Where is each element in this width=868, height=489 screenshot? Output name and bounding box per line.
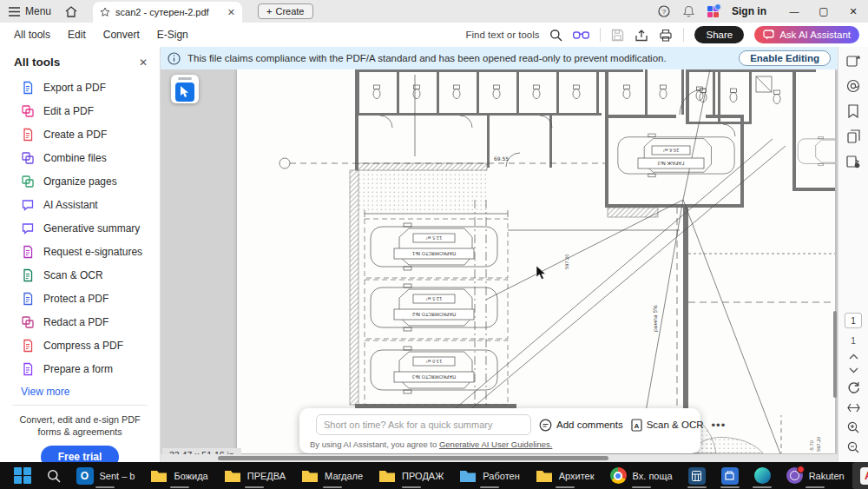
create-button[interactable]: + Create (258, 3, 312, 19)
svg-text:A: A (634, 421, 639, 429)
zoom-out-icon[interactable] (847, 441, 859, 453)
acrobat-window: Menu scan2 - сутерен-2.pdf ✕ + Create ? (0, 0, 868, 489)
taskbar-folder-arhitek[interactable]: Архитек (528, 462, 602, 489)
page-number-input[interactable]: 1 (845, 313, 862, 328)
protect-pdf-icon (21, 292, 35, 306)
document-viewer[interactable]: ПАРКОМЯСТО №1 12.5 м² ПАРКОМЯСТО №2 12.5… (161, 69, 838, 462)
page-thumbnails-icon[interactable] (847, 129, 860, 143)
taskbar-outlook[interactable]: O Sent – b (69, 462, 143, 489)
sidebar-item-ai-assistant[interactable]: AI Assistant (0, 193, 160, 216)
sidebar-item-scan-ocr[interactable]: Scan & OCR (0, 263, 160, 287)
star-icon (100, 7, 110, 17)
minimize-button[interactable]: — (779, 0, 809, 23)
taskbar-acrobat[interactable]: A scan2 - c (852, 462, 868, 489)
close-button[interactable]: ✕ (838, 0, 868, 23)
enable-editing-button[interactable]: Enable Editing (739, 50, 831, 66)
menu-esign[interactable]: E-Sign (157, 29, 188, 41)
calculator-icon (688, 467, 706, 485)
ai-guidelines-link[interactable]: Generative AI User Guidelines. (439, 439, 552, 449)
select-tool-button[interactable] (175, 83, 194, 102)
find-text-label[interactable]: Find text or tools (465, 30, 539, 40)
ai-summary-input[interactable] (316, 414, 531, 435)
home-button[interactable] (65, 6, 77, 17)
sidebar-item-combine-files[interactable]: Combine files (0, 146, 160, 169)
scan-ocr-button[interactable]: A Scan & OCR (631, 419, 704, 432)
more-options-icon[interactable]: ••• (712, 419, 727, 432)
notifications-bell-icon[interactable] (683, 5, 694, 17)
redact-pdf-icon (21, 315, 35, 329)
quick-tools-panel[interactable] (171, 75, 199, 103)
sidebar-item-edit-pdf[interactable]: Edit a PDF (0, 99, 160, 122)
panel-title: All tools (14, 56, 139, 69)
sidebar-item-create-pdf[interactable]: Create a PDF (0, 122, 160, 146)
taskbar-folder-bozhidar[interactable]: Божида (142, 462, 215, 489)
ai-glasses-icon[interactable] (573, 30, 589, 41)
print-icon[interactable] (659, 29, 673, 42)
taskbar-chrome[interactable]: Вх. поща (602, 462, 681, 489)
windows-start-icon (14, 467, 31, 485)
share-button[interactable]: Share (694, 26, 744, 43)
ask-ai-assistant-button[interactable]: Ask AI Assistant (754, 26, 859, 43)
ai-assistant-bar: Add comments A Scan & OCR ••• By using A… (299, 408, 700, 453)
taskbar-calculator[interactable] (681, 462, 713, 489)
taskbar-folder-predva[interactable]: ПРЕДВА (216, 462, 293, 489)
convert-panel-icon[interactable] (846, 155, 860, 169)
taskbar-search-button[interactable] (39, 462, 69, 489)
menu-all-tools[interactable]: All tools (14, 29, 50, 41)
taskbar-folder-magdale[interactable]: Магдале (293, 462, 371, 489)
outlook-icon: O (76, 467, 94, 485)
sidebar-item-prepare-form[interactable]: Prepare a form (0, 357, 160, 380)
sidebar-item-redact-pdf[interactable]: Redact a PDF (0, 310, 160, 334)
sidebar-item-generative-summary[interactable]: Generative summary (0, 216, 160, 240)
panel-close-icon[interactable]: ✕ (139, 56, 148, 69)
sign-in-button[interactable]: Sign in (732, 5, 766, 17)
previous-page-icon[interactable] (849, 354, 858, 360)
search-icon[interactable] (549, 29, 562, 42)
parking1-area: 12.5 м² (426, 235, 443, 241)
bookmarks-icon[interactable] (847, 104, 859, 118)
menu-button[interactable]: Menu (9, 5, 51, 17)
divider (12, 405, 148, 406)
next-page-icon[interactable] (849, 367, 858, 373)
vertical-scrollbar-thumb[interactable] (833, 311, 837, 398)
taskbar-folder-prodazh[interactable]: ПРОДАЖ (371, 462, 451, 489)
horizontal-scrollbar-thumb[interactable] (218, 456, 608, 460)
save-icon[interactable] (611, 29, 624, 42)
taskbar-edge[interactable] (746, 462, 779, 489)
share-file-icon[interactable] (635, 29, 648, 42)
apps-grid-icon[interactable] (707, 6, 719, 17)
sidebar-item-organize-pages[interactable]: Organize pages (0, 169, 160, 193)
help-icon[interactable]: ? (658, 5, 670, 17)
taskbar-viber[interactable]: Rakuten (779, 462, 852, 489)
edge-icon (754, 467, 771, 484)
sidebar-item-protect-pdf[interactable]: Protect a PDF (0, 287, 160, 310)
taskbar-app[interactable] (713, 462, 746, 489)
sidebar-item-request-esignatures[interactable]: Request e-signatures (0, 240, 160, 263)
add-comments-button[interactable]: Add comments (539, 419, 623, 432)
tab-close-icon[interactable]: ✕ (227, 7, 235, 18)
comments-icon[interactable] (846, 79, 860, 93)
horizontal-scrollbar[interactable] (161, 454, 838, 462)
sidebar-item-export-pdf[interactable]: Export a PDF (0, 76, 160, 99)
divider (683, 28, 684, 42)
zoom-in-icon[interactable] (847, 421, 859, 433)
walls (355, 69, 835, 453)
drag-handle[interactable] (178, 77, 192, 80)
ai-assistant-icon (763, 30, 775, 40)
viber-icon (786, 467, 803, 484)
start-button[interactable] (0, 462, 39, 489)
request-esignatures-icon (21, 245, 35, 259)
taskbar-folder-raboten[interactable]: Работен (451, 462, 527, 489)
maximize-button[interactable]: ▢ (809, 0, 838, 23)
document-tab[interactable]: scan2 - сутерен-2.pdf ✕ (93, 2, 242, 23)
mouse-cursor (536, 266, 546, 280)
menu-edit[interactable]: Edit (68, 29, 86, 41)
pdfa-notification-bar: This file claims compliance with the PDF… (161, 47, 838, 69)
view-more-link[interactable]: View more (0, 380, 160, 398)
running-indicator (720, 486, 740, 488)
menu-convert[interactable]: Convert (103, 29, 140, 41)
collapse-panel-icon[interactable] (846, 56, 860, 68)
fit-width-icon[interactable] (847, 402, 860, 413)
rotate-page-icon[interactable] (847, 381, 860, 394)
sidebar-item-compress-pdf[interactable]: Compress a PDF (0, 334, 160, 357)
